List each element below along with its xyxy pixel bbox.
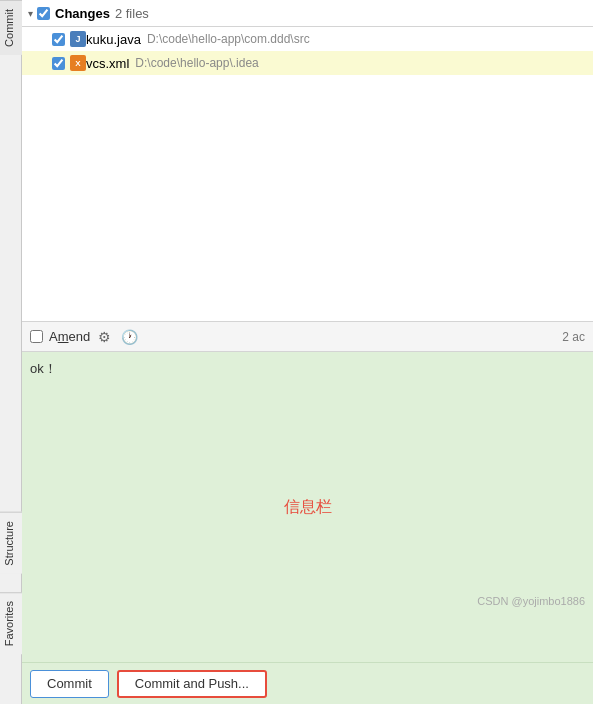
- file-item-vcs[interactable]: X vcs.xml D:\code\hello-app\.idea: [22, 51, 593, 75]
- file-name-kuku: kuku.java: [86, 32, 141, 47]
- file-count: 2 files: [115, 6, 149, 21]
- button-bar: Commit Commit and Push...: [22, 662, 593, 704]
- commit-button[interactable]: Commit: [30, 670, 109, 698]
- amend-checkbox[interactable]: [30, 330, 43, 343]
- commit-message-text: ok！: [30, 360, 585, 378]
- java-icon: J: [70, 31, 86, 47]
- clock-icon[interactable]: 🕐: [119, 327, 140, 347]
- file-item-kuku[interactable]: J kuku.java D:\code\hello-app\com.ddd\sr…: [22, 27, 593, 51]
- changes-checkbox[interactable]: [37, 7, 50, 20]
- commit-message-area[interactable]: ok！ 信息栏 CSDN @yojimbo1886: [22, 352, 593, 662]
- commit-push-button[interactable]: Commit and Push...: [117, 670, 267, 698]
- amend-label: Amend: [49, 329, 90, 344]
- xml-icon: X: [70, 55, 86, 71]
- main-content: ▾ Changes 2 files J kuku.java D:\code\he…: [22, 0, 593, 704]
- file-name-vcs: vcs.xml: [86, 56, 129, 71]
- sidebar-tab-favorites[interactable]: Favorites: [0, 592, 22, 654]
- file-path-kuku: D:\code\hello-app\com.ddd\src: [147, 32, 310, 46]
- header-title: Changes: [55, 6, 110, 21]
- file-tree: J kuku.java D:\code\hello-app\com.ddd\sr…: [22, 27, 593, 322]
- file-checkbox-vcs[interactable]: [52, 57, 65, 70]
- file-checkbox-kuku[interactable]: [52, 33, 65, 46]
- file-path-vcs: D:\code\hello-app\.idea: [135, 56, 258, 70]
- sidebar-tab-structure[interactable]: Structure: [0, 512, 22, 574]
- watermark-label: CSDN @yojimbo1886: [477, 595, 585, 607]
- expand-icon[interactable]: ▾: [28, 8, 33, 19]
- left-sidebar: Commit Structure Favorites: [0, 0, 22, 704]
- info-bar-label: 信息栏: [284, 497, 332, 518]
- header-bar: ▾ Changes 2 files: [22, 0, 593, 27]
- bottom-toolbar: Amend ⚙ 🕐 2 ac: [22, 322, 593, 352]
- gear-icon[interactable]: ⚙: [96, 327, 113, 347]
- author-info: 2 ac: [562, 330, 585, 344]
- sidebar-tab-commit[interactable]: Commit: [0, 0, 22, 55]
